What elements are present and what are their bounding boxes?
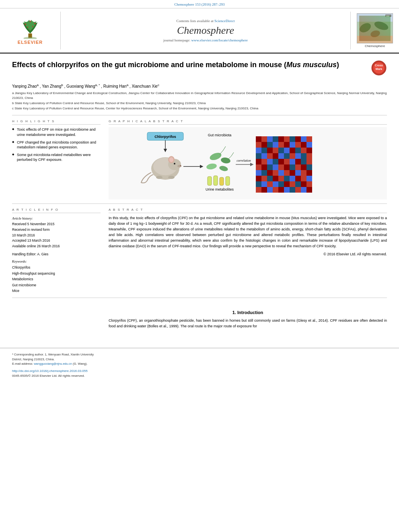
sciencedirect-line: Contents lists available at ScienceDirec… (177, 19, 235, 23)
abstract-label: A B S T R A C T (109, 208, 387, 213)
graphical-abstract-column: G R A P H I C A L A B S T R A C T Chlorp… (109, 119, 387, 199)
svg-rect-145 (306, 187, 312, 193)
section-divider-1 (12, 115, 387, 115)
svg-rect-15 (386, 16, 389, 16)
abstract-copyright: © 2016 Elsevier Ltd. All rights reserved… (109, 252, 387, 257)
svg-point-37 (206, 163, 217, 170)
svg-rect-124 (301, 176, 306, 181)
keywords-section: Keywords: Chlorpyrifos High-throughput s… (12, 259, 101, 294)
svg-rect-110 (278, 170, 284, 176)
svg-rect-123 (295, 176, 301, 181)
svg-rect-42 (220, 177, 224, 185)
svg-rect-108 (267, 170, 273, 176)
svg-rect-125 (306, 176, 312, 181)
svg-rect-127 (261, 181, 267, 187)
svg-rect-94 (301, 159, 306, 164)
author-4: , Ruiming Han (101, 84, 126, 88)
intro-paragraph: Clorpyrifos (CPF), an organothiophosphat… (109, 318, 387, 329)
svg-rect-66 (256, 148, 261, 153)
svg-rect-139 (273, 187, 278, 193)
svg-point-13 (370, 29, 380, 38)
highlights-graphical-section: H I G H L I G H T S Toxic effects of CPF… (12, 119, 387, 199)
svg-rect-74 (301, 148, 306, 153)
corresponding-author-text: * Corresponding author. 1, Wenyuan Road,… (12, 352, 101, 362)
svg-point-36 (220, 157, 231, 164)
svg-rect-61 (284, 142, 290, 148)
svg-rect-68 (267, 148, 273, 153)
doi-line: http://dx.doi.org/10.1016/j.chemosphere.… (12, 369, 387, 373)
svg-rect-55 (306, 136, 312, 142)
sciencedirect-link[interactable]: ScienceDirect (214, 19, 234, 23)
affiliation-b: b State Key Laboratory of Pollution Cont… (12, 101, 387, 106)
svg-rect-100 (278, 164, 284, 170)
keyword-2: High-throughput sequencing (12, 271, 101, 276)
svg-rect-50 (278, 136, 284, 142)
svg-point-38 (219, 165, 228, 172)
svg-rect-128 (267, 181, 273, 187)
article-title: Effects of chlorpyrifos on the gut micro… (12, 60, 366, 70)
svg-point-3 (34, 23, 36, 24)
highlights-label: H I G H L I G H T S (12, 119, 101, 125)
intro-col-left (12, 310, 101, 329)
journal-homepage-line: journal homepage: www.elsevier.com/locat… (163, 38, 248, 42)
svg-rect-121 (284, 176, 290, 181)
svg-rect-62 (290, 142, 295, 148)
date-2: 10 March 2016 (12, 233, 101, 238)
authors-line: Yanping Zhaoa , Yan Zhangb , Guoxiang Wa… (12, 83, 387, 88)
svg-rect-126 (256, 181, 261, 187)
corresponding-author-note: * Corresponding author. 1, Wenyuan Road,… (12, 352, 101, 366)
svg-rect-57 (261, 142, 267, 148)
svg-rect-91 (284, 159, 290, 164)
svg-rect-137 (261, 187, 267, 193)
highlights-list: Toxic effects of CPF on mice gut microbi… (12, 127, 101, 162)
section-divider-3 (12, 298, 387, 298)
article-history-label: Article history: (12, 216, 101, 220)
affiliation-a: a Jiangsu Key Laboratory of Environmenta… (12, 91, 387, 101)
svg-rect-114 (301, 170, 306, 176)
svg-rect-97 (261, 164, 267, 170)
intro-number: 1. (232, 310, 236, 315)
journal-reference-text: Chemosphere 153 (2016) 287–293 (174, 2, 224, 6)
accepted-date: Accepted 13 March 2016 (12, 238, 101, 244)
author-1: Yanping Zhao (12, 84, 37, 88)
svg-rect-76 (256, 153, 261, 159)
svg-rect-64 (301, 142, 306, 148)
intro-title-text: Introduction (237, 310, 263, 315)
email-link[interactable]: wangguoxiang@njnu.edu.cn (34, 362, 72, 366)
page-wrapper: Chemosphere 153 (2016) 287–293 (0, 0, 399, 532)
journal-title-section: Contents lists available at ScienceDirec… (60, 12, 351, 49)
svg-rect-58 (267, 142, 273, 148)
section-divider-2 (12, 203, 387, 204)
svg-rect-143 (295, 187, 301, 193)
svg-rect-117 (261, 176, 267, 181)
crossmark-badge: Cross Mark (371, 60, 387, 76)
received-date-1: Received 5 November 2015 (12, 222, 101, 227)
received-date-2: Received in revised form (12, 227, 101, 233)
article-info-column: A R T I C L E I N F O Article history: R… (12, 208, 101, 294)
footnote-block: * Corresponding author. 1, Wenyuan Road,… (12, 352, 387, 366)
svg-rect-101 (284, 164, 290, 170)
svg-text:Cross: Cross (375, 64, 383, 67)
elsevier-text: ELSEVIER (18, 40, 43, 45)
svg-rect-105 (306, 164, 312, 170)
svg-rect-85 (306, 153, 312, 159)
title-text-start: Effects of chlorpyrifos on the gut micro… (12, 61, 286, 69)
homepage-link[interactable]: www.elsevier.com/locate/chemosphere (191, 38, 248, 42)
journal-name: Chemosphere (177, 25, 234, 37)
keyword-4: Gut microbiome (12, 282, 101, 288)
handling-editor-section: Handling Editor: A. Gies (12, 252, 101, 256)
article-info-label: A R T I C L E I N F O (12, 208, 101, 213)
journal-cover-label: Chemosphere (365, 44, 385, 48)
homepage-label: journal homepage: (163, 38, 190, 42)
svg-rect-10 (357, 36, 393, 43)
keywords-list: Chlorpyrifos High-throughput sequencing … (12, 265, 101, 294)
author-3-sup: a, * (95, 83, 100, 87)
keywords-label: Keywords: (12, 259, 101, 263)
svg-rect-83 (295, 153, 301, 159)
introduction-columns: 1. Introduction Clorpyrifos (CPF), an or… (12, 310, 387, 329)
doi-link[interactable]: http://dx.doi.org/10.1016/j.chemosphere.… (12, 369, 88, 373)
article-content: Effects of chlorpyrifos on the gut micro… (0, 53, 399, 336)
author-2: , Yan Zhang (40, 84, 62, 88)
svg-rect-47 (261, 136, 267, 142)
svg-rect-73 (295, 148, 301, 153)
